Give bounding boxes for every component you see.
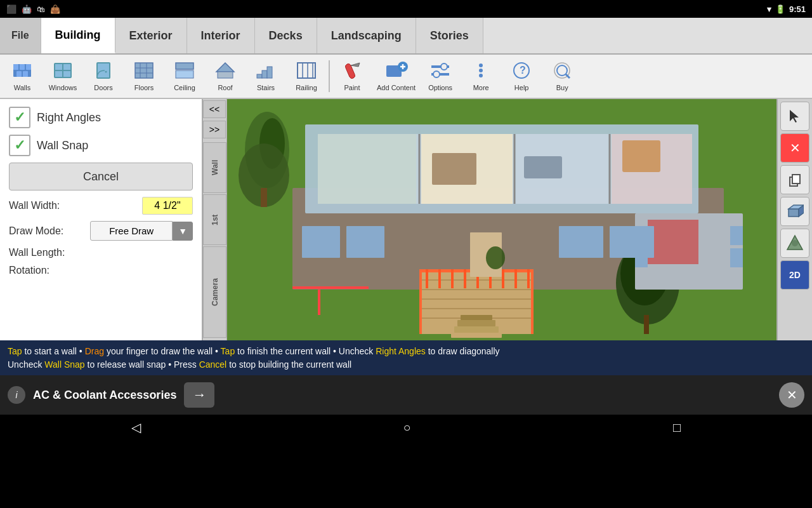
material-btn[interactable] [780,229,809,258]
tool-windows[interactable]: Windows [43,57,82,96]
windows-icon [53,62,73,83]
wall-snap-row: ✓ Wall Snap [9,135,193,156]
svg-point-34 [433,71,440,77]
svg-rect-5 [23,71,28,77]
tab-decks[interactable]: Decks [255,18,317,53]
instruction-bar: Tap to start a wall • Drag your finger t… [0,340,812,375]
status-bar: ⬛ 🤖 🛍 👜 ▾ 🔋 9:51 [0,0,812,18]
svg-point-100 [486,246,505,269]
3d-view-btn[interactable] [780,197,809,226]
buy-label: Buy [556,84,568,91]
svg-rect-19 [218,72,233,78]
ad-info-btn[interactable]: i [8,386,25,404]
tool-help[interactable]: ? Help [502,57,541,96]
stairs-label: Stairs [257,84,275,91]
tool-roof[interactable]: Roof [206,57,245,96]
tool-floors[interactable]: Floors [124,57,164,96]
svg-rect-17 [176,70,193,78]
ceiling-label: Ceiling [174,84,195,91]
tool-add-content[interactable]: Add Content [373,57,419,96]
right-toolbar: ✕ 2D [776,99,812,340]
svg-rect-2 [20,64,25,70]
svg-rect-68 [531,271,534,334]
svg-rect-21 [262,70,267,78]
bag-icon: 👜 [50,4,60,14]
help-icon: ? [511,62,532,83]
ad-bar: i AC & Coolant Accessories → ✕ [0,375,812,415]
wall-length-label: Wall Length: [9,247,65,258]
svg-rect-67 [419,271,422,334]
paint-label: Paint [344,84,360,91]
options-label: Options [428,84,452,91]
wall-width-row: Wall Width: 4 1/2" [9,197,193,215]
wall-width-value[interactable]: 4 1/2" [142,197,193,215]
svg-rect-71 [438,269,441,288]
svg-rect-98 [432,153,476,185]
svg-marker-18 [216,63,234,72]
recents-btn[interactable]: □ [673,420,681,435]
side-label-wall[interactable]: Wall [203,142,226,193]
floors-icon [134,62,154,83]
svg-rect-85 [644,315,649,334]
cancel-button[interactable]: Cancel [9,163,193,190]
svg-rect-70 [426,269,428,288]
collapse-left-btn[interactable]: << [203,100,226,118]
options-icon [430,62,450,83]
side-label-camera[interactable]: Camera [203,246,226,338]
wall-snap-label: Wall Snap [37,139,88,152]
tool-buy[interactable]: Buy [542,57,582,96]
svg-rect-20 [257,74,262,78]
tool-ceiling[interactable]: Ceiling [165,57,204,96]
status-bar-right: ▾ 🔋 9:51 [767,4,806,14]
tab-landscaping[interactable]: Landscaping [317,18,416,53]
tab-building[interactable]: Building [41,18,115,53]
tab-interior[interactable]: Interior [187,18,255,53]
svg-rect-1 [13,64,18,70]
svg-rect-78 [527,269,530,288]
svg-rect-79 [451,333,502,338]
copy-tool-btn[interactable] [780,165,809,194]
tool-railing[interactable]: Railing [287,57,326,96]
svg-rect-97 [524,156,562,178]
canvas-area[interactable] [227,99,776,340]
collapse-right-btn[interactable]: >> [203,121,226,138]
side-labels: Wall 1st Camera [203,140,226,340]
ad-arrow-btn[interactable]: → [184,382,214,408]
svg-rect-47 [261,188,267,207]
svg-rect-60 [292,286,369,289]
home-btn[interactable]: ○ [403,420,410,435]
draw-mode-arrow[interactable]: ▼ [173,222,193,241]
side-label-1st[interactable]: 1st [203,194,226,245]
draw-mode-label: Draw Mode: [9,225,63,237]
tool-more[interactable]: More [461,57,501,96]
svg-point-35 [479,64,483,67]
svg-rect-93 [346,226,384,258]
walls-label: Walls [14,84,30,91]
svg-rect-90 [730,226,743,245]
svg-rect-3 [26,64,31,70]
draw-mode-select[interactable]: Free Draw [90,221,173,241]
ad-close-btn[interactable]: ✕ [779,382,804,408]
tool-options[interactable]: Options [421,57,460,96]
back-btn[interactable]: ◁ [131,420,141,435]
tool-stairs[interactable]: Stairs [246,57,285,96]
2d-view-btn[interactable]: 2D [780,260,809,290]
time-display: 9:51 [789,4,806,14]
tool-walls[interactable]: Walls [3,57,42,96]
tool-paint[interactable]: Paint [332,57,372,96]
buy-icon [552,62,572,83]
delete-tool-btn[interactable]: ✕ [780,133,809,163]
shopping-icon: 🛍 [37,4,45,14]
svg-rect-72 [451,269,454,288]
right-angles-checkbox[interactable]: ✓ [9,107,30,128]
right-angles-row: ✓ Right Angles [9,107,193,128]
stairs-icon [256,62,276,83]
tool-doors[interactable]: Doors [84,57,123,96]
tab-stories[interactable]: Stories [416,18,483,53]
cursor-tool-btn[interactable] [780,102,809,131]
wall-width-label: Wall Width: [9,200,60,211]
wall-snap-checkbox[interactable]: ✓ [9,135,30,156]
tab-file[interactable]: File [0,18,41,53]
tab-exterior[interactable]: Exterior [115,18,187,53]
rotation-row: Rotation: [9,265,193,276]
